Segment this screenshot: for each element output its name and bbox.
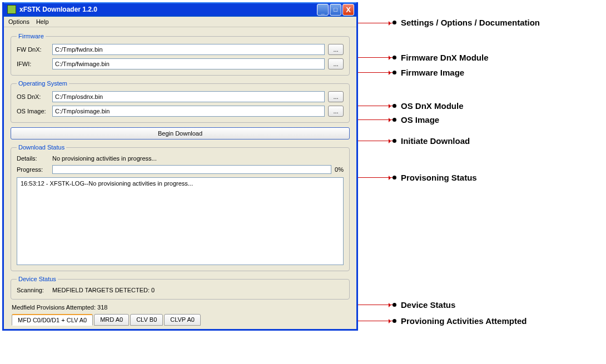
os-group: Operating System OS DnX: ... OS Image: .…	[11, 80, 350, 123]
menubar: Options Help	[4, 17, 356, 27]
app-icon	[7, 5, 16, 14]
os-dnx-browse-button[interactable]: ...	[328, 91, 344, 102]
maximize-button[interactable]: □	[330, 4, 341, 16]
app-window: xFSTK Downloader 1.2.0 _ □ X Options Hel…	[2, 2, 358, 331]
progress-percent: 0%	[335, 166, 344, 173]
fw-dnx-input[interactable]	[52, 44, 325, 55]
menu-options[interactable]: Options	[8, 18, 29, 25]
scanning-value: MEDFIELD TARGETS DETECTED: 0	[52, 287, 155, 293]
annotation-os-dnx: OS DnX Module	[393, 101, 464, 111]
annotation-fw-image: Firmware Image	[393, 68, 464, 77]
os-image-browse-button[interactable]: ...	[328, 106, 344, 117]
device-status-legend: Device Status	[17, 276, 58, 282]
os-image-input[interactable]	[52, 106, 325, 117]
tab-mfd[interactable]: MFD C0/D0/D1 + CLV A0	[12, 314, 93, 326]
progress-bar	[52, 165, 331, 174]
log-line: 16:53:12 - XFSTK-LOG--No provisioning ac…	[21, 180, 340, 187]
annotation-prov-attempted: Provioning Activities Attempted	[393, 316, 526, 326]
progress-label: Progress:	[17, 166, 49, 173]
ifwi-label: IFWI:	[17, 61, 49, 67]
tab-clvb0[interactable]: CLV B0	[130, 314, 163, 326]
tab-clvpa0[interactable]: CLVP A0	[164, 314, 201, 326]
fw-dnx-browse-button[interactable]: ...	[328, 44, 344, 55]
firmware-legend: Firmware	[17, 33, 46, 39]
menu-help[interactable]: Help	[36, 18, 49, 25]
annotation-settings: Settings / Options / Documentation	[393, 18, 540, 27]
download-status-group: Download Status Details: No provisioning…	[11, 144, 350, 271]
details-label: Details:	[17, 155, 49, 162]
firmware-group: Firmware FW DnX: ... IFWI: ...	[11, 33, 350, 76]
close-button[interactable]: X	[342, 4, 354, 16]
scanning-label: Scanning:	[17, 287, 49, 293]
begin-download-button[interactable]: Begin Download	[11, 127, 350, 139]
window-title: xFSTK Downloader 1.2.0	[19, 6, 317, 13]
annotation-initiate: Initiate Download	[393, 136, 470, 146]
titlebar: xFSTK Downloader 1.2.0 _ □ X	[4, 2, 356, 17]
device-status-group: Device Status Scanning: MEDFIELD TARGETS…	[11, 276, 350, 300]
annotation-device-status: Device Status	[393, 300, 455, 310]
tab-mrd[interactable]: MRD A0	[94, 314, 129, 326]
os-image-label: OS Image:	[17, 108, 49, 114]
provisions-attempted: Medfield Provisions Attempted: 318	[12, 304, 350, 311]
ifwi-input[interactable]	[52, 58, 325, 69]
fw-dnx-label: FW DnX:	[17, 46, 49, 53]
os-dnx-label: OS DnX:	[17, 93, 49, 100]
device-tabs: MFD C0/D0/D1 + CLV A0 MRD A0 CLV B0 CLVP…	[11, 314, 350, 326]
ifwi-browse-button[interactable]: ...	[328, 58, 344, 69]
annotation-prov-status: Provisoning Status	[393, 173, 477, 182]
os-legend: Operating System	[17, 80, 69, 87]
annotation-fw-dnx: Firmware DnX Module	[393, 53, 489, 62]
log-output[interactable]: 16:53:12 - XFSTK-LOG--No provisioning ac…	[17, 177, 344, 265]
details-value: No provisioning activities in progress..…	[52, 155, 157, 162]
annotation-os-image: OS Image	[393, 115, 439, 124]
minimize-button[interactable]: _	[317, 4, 329, 16]
download-status-legend: Download Status	[17, 144, 66, 151]
os-dnx-input[interactable]	[52, 91, 325, 102]
